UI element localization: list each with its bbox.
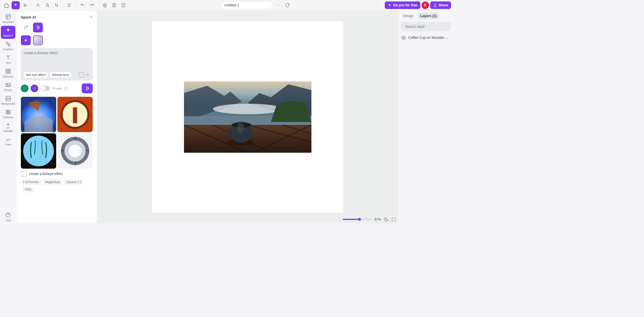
align-icon[interactable] [65,1,74,9]
user-avatar[interactable]: C [422,1,429,9]
layers-icon[interactable] [101,1,109,9]
document-title-wrap [221,1,291,9]
nav-graphics[interactable]: Graphics [1,39,15,52]
svg-point-39 [237,123,244,133]
prompt-box: fish eye effect fisheye lens [21,48,93,81]
prompt-input[interactable] [24,51,90,68]
magic-wand-button[interactable] [21,23,31,32]
nav-help[interactable]: Help [1,210,15,223]
result-thumbnail[interactable] [21,133,56,169]
nav-spark-ai[interactable]: Spark AI [1,26,15,39]
svg-rect-8 [6,72,8,74]
vector-tool-icon[interactable] [34,1,42,9]
spark-panel: Spark AI × fish eye effect fisheye lens [17,11,97,222]
divider [31,2,32,8]
result-tag[interactable]: Full Render [21,179,41,185]
result-thumbnail[interactable] [57,133,93,169]
layer-search[interactable] [401,22,451,31]
info-icon[interactable] [64,87,68,90]
private-toggle[interactable] [41,86,50,91]
svg-rect-5 [8,44,10,46]
nav-patterns[interactable]: Patterns [1,108,15,121]
image-icon [401,35,406,40]
nav-elements[interactable]: Elements [1,67,15,80]
go-pro-button[interactable]: Go pro for free [385,1,420,9]
notes-icon[interactable] [110,1,118,9]
svg-point-0 [48,6,49,7]
sort-icon[interactable] [52,1,61,9]
layer-search-input[interactable] [405,25,449,29]
zoom-controls: 67% [343,217,396,222]
nav-templates[interactable]: Templates [1,12,15,25]
zoom-value: 67% [375,218,381,221]
aspect-ratio-button[interactable] [79,72,84,77]
suggestion-chip[interactable]: fisheye lens [50,72,71,78]
tab-layers[interactable]: Layers (1) [418,13,439,19]
suggestion-chip[interactable]: fish eye effect [24,72,48,78]
dark-mode-icon[interactable] [384,217,388,222]
forward-icon[interactable] [21,1,29,9]
result-thumbnail[interactable] [57,97,93,132]
style-avatar-2[interactable] [31,85,38,92]
result-thumbnail[interactable] [21,97,56,132]
nav-uploads[interactable]: Uploads [1,121,15,134]
go-pro-label: Go pro for free [393,3,417,7]
layer-item[interactable]: Coffee Cup on Wooden ... [401,34,451,41]
copy-prompt-icon[interactable] [21,171,27,177]
document-title-input[interactable] [221,1,272,9]
add-reference-button[interactable] [21,35,31,45]
canvas-page[interactable] [152,21,343,213]
svg-point-11 [7,84,8,85]
svg-point-16 [7,112,8,113]
sync-icon[interactable] [283,1,291,9]
main-area: Templates Spark AI Graphics Text Element… [0,10,453,223]
history-icon[interactable] [119,1,127,9]
paint-tool-icon[interactable] [43,1,51,9]
layer-name: Coffee Cup on Wooden ... [408,36,448,40]
result-tag[interactable]: MagicStyle [43,179,62,185]
svg-rect-25 [73,108,77,123]
spark-toolbar-icon[interactable] [12,1,20,9]
home-button[interactable] [2,1,10,9]
svg-rect-6 [6,69,8,71]
panel-title: Spark AI [21,15,36,19]
canvas-image[interactable] [184,81,311,153]
zoom-slider[interactable] [343,219,372,220]
divider [76,2,76,8]
share-label: Share [439,3,448,7]
result-tag[interactable]: Square 1:1 [64,179,84,185]
redo-button[interactable] [88,1,96,9]
svg-point-14 [7,111,8,112]
svg-point-34 [213,104,282,114]
close-panel-button[interactable]: × [90,14,93,20]
svg-point-4 [6,42,8,44]
fullscreen-icon[interactable] [391,217,396,222]
nav-draw[interactable]: Draw [1,135,15,148]
chevron-down-icon[interactable] [86,73,90,77]
svg-point-42 [403,37,404,38]
result-tag[interactable]: PNG [23,187,34,192]
tag-row: Full Render MagicStyle Square 1:1 PNG [21,179,93,192]
title-dropdown[interactable] [274,1,282,9]
divider [63,2,63,8]
svg-rect-13 [6,110,10,114]
nav-background[interactable]: Background [1,94,15,107]
svg-rect-9 [9,72,10,74]
undo-button[interactable] [79,1,87,9]
style-avatar-1[interactable] [21,85,28,92]
generate-button[interactable] [82,83,93,93]
result-caption: create a fisheye effect [29,172,63,176]
reference-thumbnail[interactable] [33,35,43,45]
left-nav: Templates Spark AI Graphics Text Element… [0,10,16,223]
nav-text[interactable]: Text [1,53,15,66]
results-grid [21,97,93,169]
nav-photos[interactable]: Photos [1,80,15,93]
canvas-area[interactable]: 67% [97,10,398,223]
svg-point-15 [8,111,9,112]
tab-design[interactable]: Design [401,13,416,19]
svg-point-17 [8,112,9,113]
svg-rect-3 [6,15,10,19]
share-button[interactable]: Share [430,1,451,9]
divider [98,2,98,8]
generate-mode-button[interactable] [33,23,43,32]
